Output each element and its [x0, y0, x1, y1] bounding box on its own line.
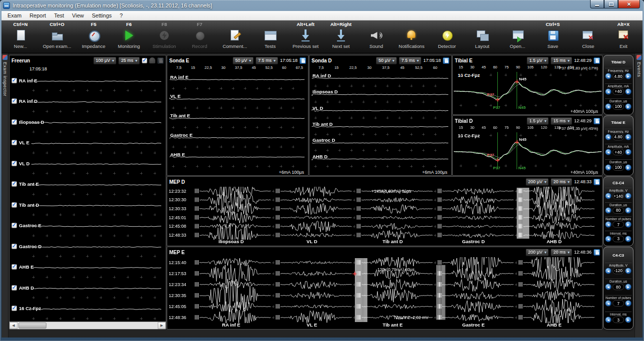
increment-button[interactable] — [625, 103, 632, 110]
menu-item-help[interactable]: ? — [116, 11, 127, 19]
channel-checkbox[interactable] — [11, 285, 17, 291]
decrement-button[interactable] — [605, 193, 612, 199]
decrement-button[interactable] — [605, 134, 612, 140]
menu-item-report[interactable]: Report — [25, 11, 50, 19]
sonda-e-timebase-select[interactable]: 7.5 ms — [256, 57, 278, 64]
toolbar-comment[interactable]: Comment... — [222, 21, 248, 53]
freerun-scale-select[interactable]: 100 µV — [93, 57, 117, 64]
toolbar-detector[interactable]: Detector — [434, 21, 460, 53]
increment-button[interactable] — [625, 88, 632, 95]
tibial-d-timebase-select[interactable]: 15 ms — [551, 117, 572, 125]
sonda-d-plot[interactable] — [310, 72, 451, 169]
channel-checkbox[interactable] — [11, 78, 17, 83]
close-window-button[interactable]: ✕ — [618, 0, 640, 8]
save-icon[interactable] — [443, 57, 449, 64]
decrement-button[interactable] — [605, 300, 612, 307]
save-icon[interactable] — [300, 57, 306, 64]
sonda-e-scale-select[interactable]: 50 µV — [233, 57, 254, 64]
decrement-button[interactable] — [605, 164, 612, 171]
sonda-e-plot[interactable] — [167, 72, 308, 169]
channel-checkbox[interactable] — [11, 306, 17, 311]
increment-button[interactable] — [625, 73, 632, 79]
toolbar-save[interactable]: Ctrl+SSave — [540, 21, 566, 53]
increment-button[interactable] — [625, 193, 632, 199]
toolbar-previous-set[interactable]: Alt+LeftPrevious set — [293, 21, 319, 53]
toolbar-close[interactable]: Close — [575, 21, 601, 53]
toolbar-notifications[interactable]: Notifications — [398, 21, 424, 53]
bell-icon[interactable] — [149, 57, 155, 63]
save-icon[interactable] — [157, 57, 164, 64]
toolbar-new[interactable]: Ctrl+NNew... — [7, 21, 33, 53]
channel-checkbox[interactable] — [11, 181, 17, 187]
decrement-button[interactable] — [605, 103, 612, 110]
tibial-d-plot[interactable] — [454, 131, 602, 170]
mep-e-scale-select[interactable]: 200 µV — [526, 249, 549, 256]
increment-button[interactable] — [625, 134, 632, 140]
minimize-button[interactable] — [590, 0, 604, 8]
scrollbar-track[interactable] — [17, 322, 158, 329]
menu-item-view[interactable]: View — [68, 11, 88, 19]
increment-button[interactable] — [625, 317, 632, 323]
freerun-timebase-select[interactable]: 25 ms — [118, 57, 140, 64]
channel-checkbox[interactable] — [11, 264, 17, 270]
channel-checkbox[interactable] — [11, 119, 17, 125]
decrement-button[interactable] — [605, 284, 612, 290]
channel-checkbox[interactable] — [11, 161, 17, 166]
increment-button[interactable] — [625, 300, 632, 307]
toolbar-sound[interactable]: Sound — [363, 21, 389, 53]
toolbar-tests[interactable]: Tests — [257, 21, 283, 53]
channel-checkbox[interactable] — [11, 202, 17, 208]
toolbar-impedance[interactable]: F5Impedance — [81, 21, 107, 53]
scroll-right-button[interactable]: ▶ — [158, 322, 166, 329]
toolbar-open[interactable]: Open... — [505, 21, 531, 53]
menu-item-settings[interactable]: Settings — [88, 11, 116, 19]
sonda-d-scale-select[interactable]: 50 µV — [376, 57, 397, 64]
channel-checkbox[interactable] — [11, 223, 17, 228]
maximize-button[interactable] — [604, 0, 618, 8]
mep-e-timebase-select[interactable]: 20 ms — [551, 249, 572, 256]
toolbar-next-set[interactable]: Alt+RightNext set — [328, 21, 354, 53]
scrollbar-thumb[interactable] — [18, 323, 46, 329]
events-tab[interactable]: Events — [635, 53, 643, 338]
increment-button[interactable] — [625, 284, 632, 290]
mep-d-timebase-select[interactable]: 20 ms — [551, 178, 572, 186]
scroll-left-button[interactable]: ◀ — [9, 322, 17, 329]
increment-button[interactable] — [625, 164, 632, 171]
save-icon[interactable] — [594, 179, 600, 185]
tibial-e-plot[interactable] — [454, 71, 602, 110]
decrement-button[interactable] — [605, 73, 612, 79]
channel-checkbox[interactable] — [11, 244, 17, 249]
decrement-button[interactable] — [605, 207, 612, 214]
increment-button[interactable] — [625, 221, 632, 228]
toolbar-monitoring[interactable]: F6Monitoring — [116, 21, 142, 53]
increment-button[interactable] — [625, 236, 632, 242]
toolbar-open-exam[interactable]: Ctrl+OOpen exam... — [43, 21, 71, 53]
save-icon[interactable] — [594, 249, 600, 256]
save-icon[interactable] — [594, 118, 600, 124]
freerun-hscrollbar[interactable]: ◀ ▶ — [9, 322, 166, 329]
decrement-button[interactable] — [605, 149, 612, 155]
decrement-button[interactable] — [605, 88, 612, 95]
menu-item-test[interactable]: Test — [50, 11, 68, 19]
increment-button[interactable] — [625, 268, 632, 274]
tibial-e-scale-select[interactable]: 1.5 µV — [527, 57, 549, 64]
channel-checkbox[interactable] — [11, 140, 17, 145]
exam-inspector-tab[interactable]: Exam inspector — [1, 53, 8, 338]
tibial-d-scale-select[interactable]: 1.5 µV — [527, 117, 549, 125]
save-icon[interactable] — [594, 57, 600, 64]
increment-button[interactable] — [625, 149, 632, 155]
decrement-button[interactable] — [605, 268, 612, 274]
toolbar-layout[interactable]: Layout — [469, 21, 495, 53]
tibial-e-timebase-select[interactable]: 15 ms — [551, 57, 572, 64]
mep-d-scale-select[interactable]: 200 µV — [526, 178, 549, 186]
mep-d-plot[interactable] — [190, 187, 601, 240]
increment-button[interactable] — [625, 207, 632, 214]
channel-checkbox[interactable] — [11, 98, 17, 104]
menu-item-exam[interactable]: Exam — [3, 11, 25, 19]
decrement-button[interactable] — [605, 221, 612, 228]
decrement-button[interactable] — [605, 317, 612, 323]
sonda-d-timebase-select[interactable]: 7.5 ms — [399, 57, 421, 64]
freerun-checkbox[interactable] — [142, 58, 147, 63]
decrement-button[interactable] — [605, 236, 612, 242]
toolbar-exit[interactable]: Alt+XExit — [611, 21, 637, 53]
